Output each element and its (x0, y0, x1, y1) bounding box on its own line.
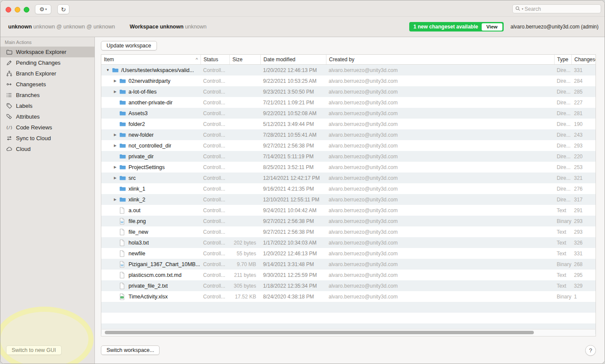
item-type: Dire... (554, 75, 571, 86)
item-created-by: alvaro.berruezo@unity3d.com (326, 291, 554, 302)
item-size (229, 151, 260, 162)
repository-selector[interactable]: unknown unknown @ unknown @ unknown (8, 24, 115, 30)
sidebar-item-label: Sync to Cloud (16, 135, 51, 141)
disclosure-triangle-icon[interactable]: ▶ (111, 144, 119, 147)
column-header-item[interactable]: Item ^ (101, 55, 201, 64)
update-workspace-button[interactable]: Update workspace (101, 41, 157, 50)
item-date-modified: 9/27/2021 2:56:38 PM (260, 140, 326, 151)
disclosure-triangle-icon[interactable]: ▶ (111, 79, 119, 83)
disclosure-triangle-icon[interactable]: ▶ (111, 90, 119, 94)
item-cell: ▶a-lot-of-files (101, 86, 201, 97)
item-type: Text (554, 205, 571, 216)
disclosure-triangle-icon[interactable]: ▶ (111, 176, 119, 180)
item-size (229, 97, 260, 108)
item-type: Dire... (554, 108, 571, 119)
item-changeset: 331 (571, 65, 596, 75)
sidebar-item-branch-explorer[interactable]: Branch Explorer (0, 68, 94, 79)
help-button[interactable]: ? (585, 345, 596, 356)
table-row[interactable]: file_newControll...9/27/2021 2:56:38 PMa… (101, 226, 596, 237)
sidebar-item-pending-changes[interactable]: Pending Changes (0, 57, 94, 68)
column-header-changeset[interactable]: Changeset (571, 55, 596, 64)
switch-workspace-button[interactable]: Switch workspace... (101, 345, 160, 355)
item-created-by: alvaro.berruezo@unity3d.com (326, 119, 554, 129)
table-row[interactable]: another-private-dirControll...7/21/2021 … (101, 97, 596, 108)
item-status: Controll... (201, 248, 229, 259)
column-header-size[interactable]: Size (229, 55, 260, 64)
sidebar-item-workspace-explorer[interactable]: Workspace Explorer (0, 47, 94, 57)
disclosure-triangle-icon[interactable]: ▶ (111, 165, 119, 169)
close-window-button[interactable] (6, 7, 11, 13)
item-size: 17.52 KB (229, 291, 260, 302)
sidebar-item-branches[interactable]: Branches (0, 90, 94, 100)
table-row[interactable]: file.pngControll...9/27/2021 2:56:38 PMa… (101, 216, 596, 226)
item-date-modified: 7/21/2021 1:09:21 PM (260, 97, 326, 108)
table-row[interactable]: Pizigani_1367_Chart_10MB...Controll...9.… (101, 259, 596, 270)
folder-icon (119, 142, 126, 149)
titlebar: ⚙▾ ↻ ▾ (0, 0, 605, 17)
item-changeset: 293 (571, 216, 596, 226)
table-row[interactable]: ▶new-folderControll...7/28/2021 10:55:41… (101, 129, 596, 140)
sidebar-item-code-reviews[interactable]: {/}Code Reviews (0, 122, 94, 133)
item-changeset: 276 (571, 183, 596, 194)
horizontal-scrollbar[interactable] (102, 329, 595, 336)
item-created-by: alvaro.berruezo@unity3d.com (326, 259, 554, 270)
view-changeset-button[interactable]: View (482, 23, 502, 31)
table-row[interactable]: Assets3Controll...9/22/2021 10:52:08 AMa… (101, 108, 596, 119)
disclosure-triangle-icon[interactable]: ▶ (111, 133, 119, 137)
window-controls (6, 7, 29, 13)
item-date-modified: 9/22/2021 10:53:25 AM (260, 75, 326, 86)
item-name: another-private-dir (129, 100, 172, 106)
item-cell: file_new (101, 226, 201, 237)
sidebar-item-sync-to-cloud[interactable]: Sync to Cloud (0, 133, 94, 144)
image-file-icon (119, 261, 126, 268)
search-field[interactable]: ▾ (512, 4, 601, 13)
refresh-button[interactable]: ↻ (57, 4, 69, 14)
table-row[interactable]: newfileControll...55 bytes1/20/2022 12:4… (101, 248, 596, 259)
column-header-type[interactable]: Type (554, 55, 571, 64)
table-row[interactable]: ▼/Users/tester/wkspaces/valid...Controll… (101, 65, 596, 75)
minimize-window-button[interactable] (15, 7, 20, 13)
sidebar-item-changesets[interactable]: Changesets (0, 79, 94, 90)
disclosure-triangle-icon[interactable]: ▶ (111, 198, 119, 201)
file-icon (119, 207, 126, 214)
item-type: Text (554, 280, 571, 291)
settings-menu-button[interactable]: ⚙▾ (35, 4, 51, 14)
table-row[interactable]: ▶a-lot-of-filesControll...9/23/2021 3:50… (101, 86, 596, 97)
zoom-window-button[interactable] (24, 7, 29, 13)
table-row[interactable]: XTimeActivity.xlsxControll...17.52 KB8/2… (101, 291, 596, 302)
sidebar-item-labels[interactable]: Labels (0, 100, 94, 111)
table-row[interactable]: hola3.txtControll...202 bytes1/17/2022 1… (101, 237, 596, 248)
column-header-date-modified[interactable]: Date modified (260, 55, 326, 64)
table-row[interactable]: private_dirControll...7/14/2021 5:11:19 … (101, 151, 596, 162)
table-row[interactable]: folder2Controll...5/12/2021 3:49:44 PMal… (101, 119, 596, 129)
table-row[interactable]: ▶ProjectSettingsControll...8/25/2021 3:5… (101, 162, 596, 173)
table-row[interactable]: ▶srcControll...12/14/2021 12:42:17 PMalv… (101, 173, 596, 183)
table-row[interactable]: xlink_1Controll...9/16/2021 4:21:35 PMal… (101, 183, 596, 194)
sidebar-item-attributes[interactable]: Attributes (0, 111, 94, 122)
search-input[interactable] (525, 6, 598, 12)
table-row[interactable]: a.outControll...9/24/2021 10:04:42 AMalv… (101, 205, 596, 216)
item-name: Pizigani_1367_Chart_10MB... (129, 261, 200, 267)
table-row[interactable]: ▶02nervathirdpartyControll...9/22/2021 1… (101, 75, 596, 86)
scrollbar-thumb[interactable] (105, 331, 534, 334)
column-header-status[interactable]: Status (201, 55, 229, 64)
item-date-modified: 1/20/2022 12:46:13 PM (260, 65, 326, 75)
table-row[interactable]: private_file_2.txtControll...305 bytes1/… (101, 280, 596, 291)
table-row[interactable]: ▶not_controlled_dirControll...9/27/2021 … (101, 140, 596, 151)
item-name: TimeActivity.xlsx (129, 294, 168, 300)
item-created-by: alvaro.berruezo@unity3d.com (326, 280, 554, 291)
table-row[interactable]: plasticscm.com.txt.mdControll...211 byte… (101, 270, 596, 280)
column-header-created-by[interactable]: Created by (326, 55, 554, 64)
item-changeset: 190 (571, 119, 596, 129)
item-name: Assets3 (129, 110, 147, 116)
item-date-modified: 9/24/2021 10:04:42 AM (260, 205, 326, 216)
disclosure-triangle-icon[interactable]: ▼ (104, 68, 112, 72)
file-icon (119, 250, 126, 257)
item-changeset: 295 (571, 270, 596, 280)
switch-to-new-gui-button[interactable]: Switch to new GUI (6, 345, 62, 355)
file-icon (119, 229, 126, 235)
table-row[interactable]: ▶xlink_2Controll...12/10/2021 12:55:11 P… (101, 194, 596, 205)
sidebar-item-cloud[interactable]: Cloud (0, 144, 94, 154)
tag-icon (6, 103, 13, 110)
folder-icon (119, 99, 126, 106)
